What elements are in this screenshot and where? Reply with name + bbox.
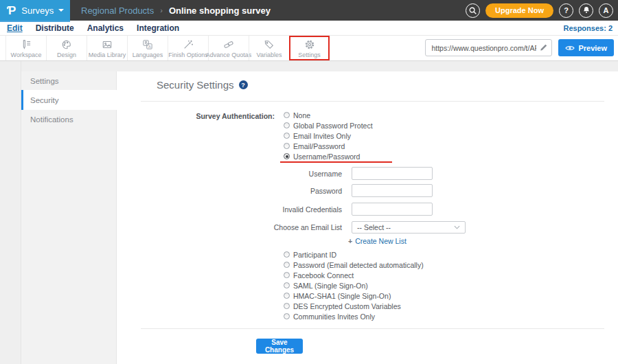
toolbar-item-media-library[interactable]: Media Library bbox=[87, 36, 127, 60]
radio-icon[interactable] bbox=[284, 303, 290, 309]
radio-icon[interactable] bbox=[284, 133, 290, 139]
svg-text:A: A bbox=[148, 44, 151, 48]
settings-sidebar: Settings Security Notifications bbox=[21, 71, 117, 364]
toolbar-item-variables[interactable]: Variables bbox=[249, 36, 289, 60]
radio-icon[interactable] bbox=[284, 122, 290, 128]
search-icon bbox=[468, 6, 477, 15]
radio-option-communities-invites[interactable]: Communities Invites Only bbox=[284, 311, 424, 321]
toolbar-item-label: Variables bbox=[257, 52, 282, 58]
edit-url-pencil-icon[interactable] bbox=[539, 43, 548, 52]
plus-icon: + bbox=[348, 237, 352, 245]
radio-icon[interactable] bbox=[284, 112, 290, 118]
search-button[interactable] bbox=[466, 3, 480, 18]
toolbar-item-finish-options[interactable]: Finish Options bbox=[168, 36, 208, 60]
toolbar-item-label: Workspace bbox=[11, 52, 42, 58]
toolbar-item-languages[interactable]: A Languages bbox=[127, 36, 168, 60]
responses-count[interactable]: Responses: 2 bbox=[563, 24, 618, 32]
toolbar-item-settings[interactable]: Settings bbox=[289, 36, 330, 60]
divider bbox=[141, 101, 604, 102]
palette-icon bbox=[60, 38, 73, 51]
radio-option-global-password[interactable]: Global Password Protect bbox=[284, 120, 373, 130]
toolbar-right: Preview bbox=[425, 39, 614, 56]
radio-option-hmac-sha1[interactable]: HMAC-SHA1 (Single Sign-On) bbox=[284, 291, 424, 301]
password-label: Password bbox=[117, 187, 347, 195]
radio-option-des-encrypted[interactable]: DES Encrypted Custom Variables bbox=[284, 301, 424, 311]
password-field[interactable] bbox=[352, 184, 433, 197]
radio-label: Email Invites Only bbox=[293, 132, 351, 140]
edit-toolbar: Workspace Design Media Library A Languag… bbox=[0, 36, 618, 61]
eye-icon bbox=[565, 45, 575, 52]
tab-distribute[interactable]: Distribute bbox=[36, 23, 74, 33]
radio-option-saml[interactable]: SAML (Single Sign-On) bbox=[284, 280, 424, 291]
radio-option-email-invites[interactable]: Email Invites Only bbox=[284, 130, 373, 141]
radio-option-username-password[interactable]: Username/Password bbox=[284, 151, 373, 161]
radio-option-password-email-auto[interactable]: Password (Email detected automatically) bbox=[284, 260, 424, 270]
annotation-red-underline bbox=[280, 161, 392, 163]
survey-url-input[interactable] bbox=[425, 39, 552, 56]
help-button[interactable]: ? bbox=[559, 3, 573, 18]
workspace-icon bbox=[20, 38, 32, 51]
password-row: Password bbox=[117, 184, 433, 197]
divider bbox=[141, 328, 604, 329]
security-settings-panel: Security Settings ? Survey Authenticatio… bbox=[117, 71, 618, 364]
chain-links-icon bbox=[222, 38, 235, 51]
save-changes-button[interactable]: Save Changes bbox=[256, 339, 303, 354]
radio-icon[interactable] bbox=[284, 282, 290, 288]
radio-icon[interactable] bbox=[284, 262, 290, 268]
email-list-select[interactable]: -- Select -- bbox=[352, 221, 466, 234]
sidebar-item-security[interactable]: Security bbox=[21, 90, 117, 110]
topbar-actions: Upgrade Now ? A bbox=[466, 3, 618, 18]
survey-url-wrap bbox=[425, 39, 552, 56]
radio-icon[interactable] bbox=[284, 143, 290, 149]
radio-label: None bbox=[293, 111, 310, 120]
tab-edit[interactable]: Edit bbox=[7, 23, 23, 33]
radio-icon[interactable] bbox=[284, 251, 290, 258]
radio-option-facebook-connect[interactable]: Facebook Connect bbox=[284, 270, 424, 280]
radio-option-participant-id[interactable]: Participant ID bbox=[284, 249, 424, 260]
page-title: Security Settings ? bbox=[157, 79, 248, 91]
radio-icon[interactable] bbox=[284, 313, 290, 319]
radio-label: Participant ID bbox=[293, 251, 336, 259]
tab-integration[interactable]: Integration bbox=[137, 23, 179, 33]
title-help-icon[interactable]: ? bbox=[239, 80, 248, 89]
bell-icon bbox=[582, 6, 591, 14]
sidebar-item-settings[interactable]: Settings bbox=[21, 71, 116, 90]
notifications-button[interactable] bbox=[579, 3, 593, 18]
breadcrumb-separator: › bbox=[160, 6, 163, 14]
chevron-down-icon bbox=[454, 225, 460, 229]
surveys-menu-button[interactable]: Ƥ Surveys bbox=[0, 0, 70, 21]
brand-underline bbox=[0, 21, 70, 22]
chevron-down-icon bbox=[58, 9, 64, 12]
translate-icon: A bbox=[141, 38, 154, 51]
radio-option-email-password[interactable]: Email/Password bbox=[284, 141, 373, 151]
radio-icon[interactable] bbox=[284, 293, 290, 299]
radio-label: Password (Email detected automatically) bbox=[293, 261, 424, 269]
gear-icon bbox=[304, 38, 316, 51]
toolbar-item-design[interactable]: Design bbox=[46, 36, 87, 60]
radio-label: Communities Invites Only bbox=[293, 312, 375, 321]
create-new-list-link[interactable]: + Create New List bbox=[348, 237, 407, 245]
toolbar-item-workspace[interactable]: Workspace bbox=[5, 36, 46, 60]
auth-options-top: None Global Password Protect Email Invit… bbox=[284, 110, 373, 161]
create-new-list-label: Create New List bbox=[355, 237, 407, 245]
username-row: Username bbox=[117, 167, 433, 180]
image-icon bbox=[101, 38, 113, 51]
radio-label: Facebook Connect bbox=[293, 271, 354, 280]
radio-icon[interactable] bbox=[284, 272, 290, 278]
invalid-credentials-field[interactable] bbox=[352, 203, 433, 216]
preview-button[interactable]: Preview bbox=[558, 39, 614, 56]
radio-label: Global Password Protect bbox=[293, 122, 373, 130]
avatar[interactable]: A bbox=[599, 3, 613, 18]
breadcrumb-folder[interactable]: Regional Products bbox=[81, 5, 154, 16]
survey-authentication-label: Survey Authentication: bbox=[117, 112, 275, 120]
invalid-credentials-row: Invalid Credentials bbox=[117, 203, 433, 216]
tab-analytics[interactable]: Analytics bbox=[87, 23, 124, 33]
username-field[interactable] bbox=[352, 167, 433, 180]
toolbar-item-advance-quotas[interactable]: Advance Quotas bbox=[208, 36, 249, 60]
upgrade-now-button[interactable]: Upgrade Now bbox=[485, 3, 553, 18]
radio-icon-checked[interactable] bbox=[284, 153, 290, 159]
invalid-credentials-label: Invalid Credentials bbox=[117, 205, 347, 214]
topbar: Ƥ Surveys Regional Products › Online sho… bbox=[0, 0, 618, 21]
sidebar-item-notifications[interactable]: Notifications bbox=[21, 110, 116, 128]
radio-option-none[interactable]: None bbox=[284, 110, 373, 120]
